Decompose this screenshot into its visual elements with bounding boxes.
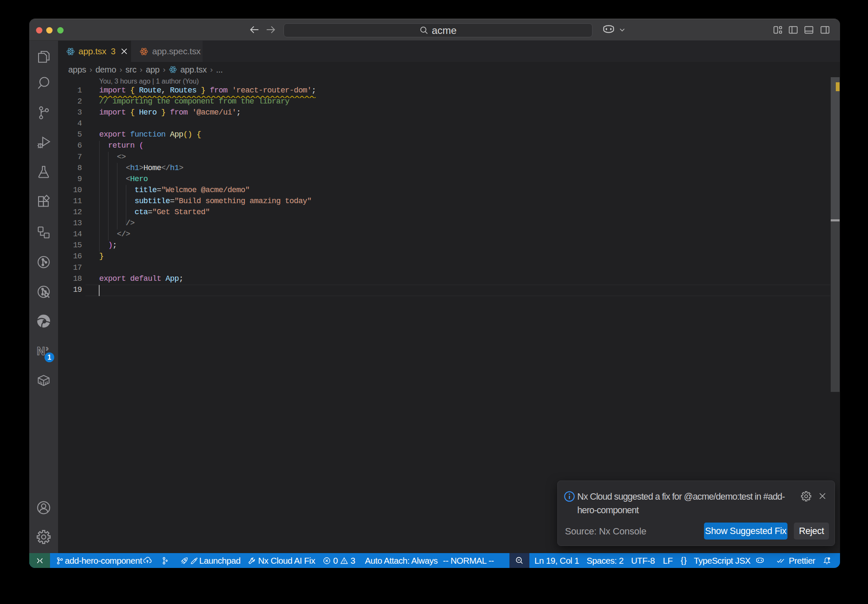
- svg-text:›: ›: [46, 344, 48, 352]
- svg-text:N: N: [37, 344, 45, 358]
